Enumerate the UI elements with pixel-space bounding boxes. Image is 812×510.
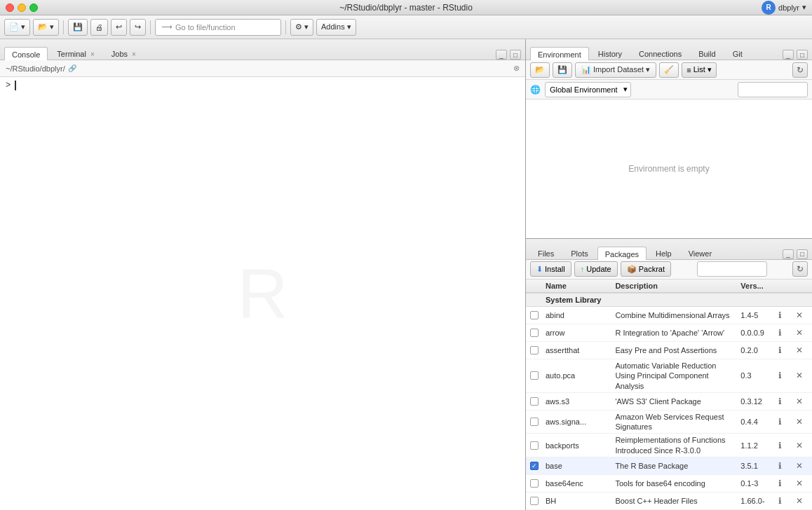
tab-terminal-close[interactable]: × [90, 50, 95, 58]
env-panel-maximize[interactable]: □ [797, 50, 808, 60]
pkg-info-btn-4[interactable]: ℹ [773, 394, 787, 408]
minimize-button[interactable] [18, 4, 26, 12]
pkg-delete-btn-6[interactable]: ✕ [792, 439, 806, 453]
pkg-check-3[interactable] [526, 371, 543, 380]
project-dropdown-icon[interactable]: ▾ [802, 3, 806, 12]
pkg-name-7[interactable]: base [543, 462, 612, 470]
pkg-name-2[interactable]: assertthat [543, 346, 612, 354]
pkg-checkbox-7[interactable] [530, 462, 539, 470]
pkg-check-4[interactable] [526, 397, 543, 406]
addins-button[interactable]: Addins ▾ [316, 19, 356, 36]
pkg-name-9[interactable]: BH [543, 497, 612, 505]
close-button[interactable] [6, 4, 14, 12]
pkg-delete-btn-3[interactable]: ✕ [792, 368, 806, 382]
tab-jobs-close[interactable]: × [132, 50, 136, 58]
pkg-check-8[interactable] [526, 479, 543, 488]
pkg-info-btn-9[interactable]: ℹ [773, 494, 787, 508]
pkg-panel-maximize[interactable]: □ [797, 249, 808, 259]
env-search-input[interactable] [738, 82, 808, 97]
pkg-checkbox-6[interactable] [530, 441, 539, 450]
env-refresh-button[interactable]: ↻ [792, 62, 808, 78]
pkg-info-btn-3[interactable]: ℹ [773, 368, 787, 382]
print-button[interactable]: 🖨 [90, 19, 108, 36]
install-button[interactable]: ⬇ Install [530, 261, 571, 277]
tab-files[interactable]: Files [530, 246, 562, 259]
pkg-delete-btn-4[interactable]: ✕ [792, 394, 806, 408]
maximize-button[interactable] [29, 4, 38, 12]
pkg-delete-btn-0[interactable]: ✕ [792, 308, 806, 322]
env-panel-minimize[interactable]: _ [783, 50, 794, 60]
tab-plots[interactable]: Plots [563, 246, 595, 259]
tab-terminal[interactable]: Terminal × [49, 46, 102, 60]
list-button[interactable]: ≡ List ▾ [682, 62, 717, 78]
pkg-check-5[interactable] [526, 418, 543, 426]
pkg-delete-btn-8[interactable]: ✕ [792, 476, 806, 490]
pkg-info-btn-8[interactable]: ℹ [773, 476, 787, 490]
tab-viewer[interactable]: Viewer [681, 246, 719, 259]
pkg-info-btn-7[interactable]: ℹ [773, 459, 787, 473]
pkg-checkbox-0[interactable] [530, 311, 539, 319]
console-area[interactable]: R > [0, 77, 525, 510]
pkg-checkbox-4[interactable] [530, 397, 539, 406]
pkg-info-btn-6[interactable]: ℹ [773, 439, 787, 453]
go-to-file-container[interactable]: ⟶ Go to file/function [155, 19, 281, 36]
pkg-name-1[interactable]: arrow [543, 329, 612, 337]
pkg-check-9[interactable] [526, 497, 543, 505]
import-dataset-button[interactable]: 📊 Import Dataset ▾ [575, 62, 656, 78]
pkg-delete-btn-5[interactable]: ✕ [792, 415, 806, 429]
undo-button[interactable]: ↩ [111, 19, 127, 36]
tab-git[interactable]: Git [725, 46, 750, 60]
left-panel-maximize[interactable]: □ [510, 50, 521, 60]
tab-jobs[interactable]: Jobs × [104, 46, 144, 60]
tab-connections[interactable]: Connections [631, 46, 689, 60]
pkg-info-btn-1[interactable]: ℹ [773, 326, 787, 340]
window-controls[interactable] [6, 4, 38, 12]
env-clear-button[interactable]: 🧹 [659, 62, 679, 78]
pkg-name-4[interactable]: aws.s3 [543, 397, 612, 406]
pkg-checkbox-8[interactable] [530, 479, 539, 488]
pkg-delete-btn-1[interactable]: ✕ [792, 326, 806, 340]
left-panel-minimize[interactable]: _ [496, 50, 507, 60]
project-badge[interactable]: R dbplyr ▾ [762, 1, 806, 15]
global-env-dropdown[interactable]: Global Environment ▾ [545, 82, 631, 97]
tab-history[interactable]: History [590, 46, 630, 60]
pkg-checkbox-2[interactable] [530, 346, 539, 354]
pkg-delete-btn-2[interactable]: ✕ [792, 343, 806, 357]
pkg-check-1[interactable] [526, 329, 543, 337]
pkg-checkbox-3[interactable] [530, 371, 539, 380]
env-open-button[interactable]: 📂 [530, 62, 550, 78]
redo-button[interactable]: ↪ [130, 19, 146, 36]
console-clear-icon[interactable]: ⊗ [513, 64, 520, 73]
pkg-checkbox-5[interactable] [530, 418, 539, 426]
tools-button[interactable]: ⚙ ▾ [290, 19, 313, 36]
pkg-name-3[interactable]: auto.pca [543, 371, 612, 380]
pkg-info-btn-0[interactable]: ℹ [773, 308, 787, 322]
tab-environment[interactable]: Environment [530, 47, 589, 60]
pkg-name-8[interactable]: base64enc [543, 479, 612, 488]
pkg-checkbox-9[interactable] [530, 497, 539, 505]
pkg-check-6[interactable] [526, 441, 543, 450]
pkg-delete-btn-9[interactable]: ✕ [792, 494, 806, 508]
pkg-name-0[interactable]: abind [543, 311, 612, 319]
tab-packages[interactable]: Packages [597, 247, 647, 260]
pkg-refresh-button[interactable]: ↻ [792, 261, 808, 277]
tab-console[interactable]: Console [4, 47, 48, 60]
pkg-checkbox-1[interactable] [530, 329, 539, 337]
save-button[interactable]: 💾 [68, 19, 88, 36]
pkg-panel-minimize[interactable]: _ [783, 249, 794, 259]
pkg-info-btn-5[interactable]: ℹ [773, 415, 787, 429]
tab-build[interactable]: Build [691, 46, 723, 60]
pkg-check-2[interactable] [526, 346, 543, 354]
pkg-check-0[interactable] [526, 311, 543, 319]
pkg-check-7[interactable] [526, 462, 543, 470]
pkg-name-5[interactable]: aws.signa... [543, 418, 612, 426]
update-button[interactable]: ↑ Update [574, 261, 618, 277]
pkg-name-6[interactable]: backports [543, 441, 612, 450]
new-file-button[interactable]: 📄 ▾ [4, 19, 30, 36]
tab-help[interactable]: Help [648, 246, 679, 259]
packrat-button[interactable]: 📦 Packrat [621, 261, 671, 277]
pkg-search-input[interactable] [697, 261, 767, 277]
pkg-info-btn-2[interactable]: ℹ [773, 343, 787, 357]
env-save-button[interactable]: 💾 [553, 62, 572, 78]
pkg-delete-btn-7[interactable]: ✕ [792, 459, 806, 473]
